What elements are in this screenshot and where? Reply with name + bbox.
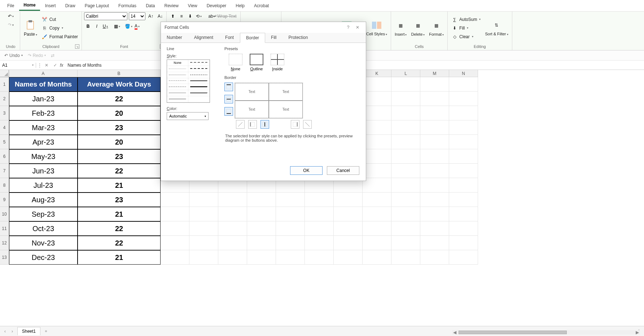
cell[interactable] <box>363 250 391 265</box>
dialog-launcher-icon[interactable]: ↘ <box>75 44 79 49</box>
cell[interactable] <box>334 207 363 221</box>
border-diag-down-button[interactable] <box>303 120 312 129</box>
format-painter-button[interactable]: 🖌️Format Painter <box>40 33 79 41</box>
menu-page-layout[interactable]: Page Layout <box>80 1 113 10</box>
cell[interactable] <box>363 221 391 236</box>
cell[interactable] <box>449 120 478 135</box>
cell[interactable] <box>363 149 391 164</box>
menu-insert[interactable]: Insert <box>41 1 60 10</box>
cell[interactable] <box>391 120 420 135</box>
ok-button[interactable]: OK <box>290 166 323 175</box>
cell[interactable] <box>161 250 189 265</box>
dialog-tab-fill[interactable]: Fill <box>265 33 282 43</box>
row-header[interactable]: 2 <box>0 92 9 106</box>
cell[interactable] <box>363 92 391 106</box>
cell[interactable] <box>391 250 420 265</box>
align-middle-button[interactable]: ≡ <box>178 12 185 20</box>
cell[interactable] <box>363 164 391 178</box>
cell[interactable] <box>276 236 305 250</box>
cell[interactable] <box>391 77 420 92</box>
cell[interactable] <box>391 193 420 207</box>
qat-customize[interactable]: ⇄ <box>49 52 56 59</box>
cell[interactable]: 21 <box>78 178 161 193</box>
cell[interactable] <box>449 135 478 149</box>
cell[interactable]: Oct-23 <box>9 221 78 236</box>
cell[interactable]: 23 <box>78 149 161 164</box>
cell[interactable]: Jan-23 <box>9 92 78 106</box>
cell[interactable] <box>189 236 218 250</box>
font-size-select[interactable]: 14 <box>129 12 145 20</box>
cell[interactable] <box>420 207 449 221</box>
cell[interactable]: Jun-23 <box>9 164 78 178</box>
cell[interactable]: 23 <box>78 120 161 135</box>
underline-button[interactable]: U <box>101 22 109 30</box>
row-header[interactable]: 1 <box>0 77 9 92</box>
cell[interactable] <box>218 193 247 207</box>
orientation-button[interactable]: ⟲ <box>195 12 203 20</box>
cell[interactable]: Average Work Days <box>78 77 161 92</box>
row-header[interactable]: 6 <box>0 149 9 164</box>
cell[interactable] <box>449 92 478 106</box>
preset-inside[interactable]: Inside <box>271 54 284 71</box>
cell[interactable]: 21 <box>78 250 161 265</box>
menu-review[interactable]: Review <box>160 1 183 10</box>
cell[interactable] <box>218 236 247 250</box>
cell[interactable]: 23 <box>78 193 161 207</box>
border-middle-v-button[interactable] <box>260 120 269 129</box>
dialog-tab-alignment[interactable]: Alignment <box>188 33 219 43</box>
cell[interactable] <box>305 250 334 265</box>
cell[interactable] <box>334 221 363 236</box>
row-header[interactable]: 7 <box>0 164 9 178</box>
col-header[interactable]: L <box>391 70 420 77</box>
cell[interactable] <box>420 106 449 120</box>
menu-help[interactable]: Help <box>231 1 249 10</box>
col-header[interactable]: B <box>78 70 161 77</box>
cell[interactable] <box>420 92 449 106</box>
row-header[interactable]: 11 <box>0 221 9 236</box>
dialog-tab-font[interactable]: Font <box>219 33 240 43</box>
cell[interactable] <box>391 236 420 250</box>
cell[interactable]: 20 <box>78 135 161 149</box>
name-box[interactable]: A1▾ <box>0 63 36 68</box>
cell[interactable]: 22 <box>78 236 161 250</box>
cell[interactable] <box>247 193 276 207</box>
align-bottom-button[interactable]: ⬇ <box>186 12 194 20</box>
cell[interactable] <box>247 207 276 221</box>
enter-formula-button[interactable]: ✓ <box>51 61 59 69</box>
cell[interactable] <box>449 178 478 193</box>
cell[interactable] <box>363 207 391 221</box>
border-right-button[interactable] <box>291 120 299 129</box>
cell[interactable] <box>391 207 420 221</box>
dialog-titlebar[interactable]: Format Cells ? ✕ <box>161 22 366 33</box>
cell[interactable] <box>189 207 218 221</box>
col-header[interactable]: N <box>449 70 478 77</box>
cell[interactable]: 22 <box>78 92 161 106</box>
cell[interactable] <box>305 221 334 236</box>
cell[interactable] <box>363 77 391 92</box>
cell[interactable] <box>449 106 478 120</box>
cell[interactable]: Aug-23 <box>9 193 78 207</box>
qat-undo[interactable]: ↶ Undo ▾ <box>3 52 24 59</box>
cell[interactable] <box>391 106 420 120</box>
borders-button[interactable]: ▦ <box>113 22 121 30</box>
clear-button[interactable]: ◇Clear <box>450 33 482 41</box>
cell[interactable]: Names of Months <box>9 77 78 92</box>
cell[interactable] <box>218 250 247 265</box>
preset-none[interactable]: None <box>229 54 242 71</box>
menu-home[interactable]: Home <box>19 0 40 11</box>
cell[interactable] <box>420 120 449 135</box>
row-header[interactable]: 12 <box>0 236 9 250</box>
row-header[interactable]: 5 <box>0 135 9 149</box>
row-header[interactable]: 13 <box>0 250 9 265</box>
row-header[interactable]: 4 <box>0 120 9 135</box>
cell[interactable] <box>420 250 449 265</box>
cell[interactable] <box>420 178 449 193</box>
cell[interactable] <box>334 193 363 207</box>
cell[interactable] <box>276 221 305 236</box>
cell[interactable] <box>305 193 334 207</box>
cell[interactable] <box>420 236 449 250</box>
cell[interactable]: Dec-23 <box>9 250 78 265</box>
cancel-formula-button[interactable]: ✕ <box>43 61 51 69</box>
cell-styles-button[interactable]: Cell Styles <box>365 19 389 37</box>
menu-developer[interactable]: Developer <box>202 1 231 10</box>
